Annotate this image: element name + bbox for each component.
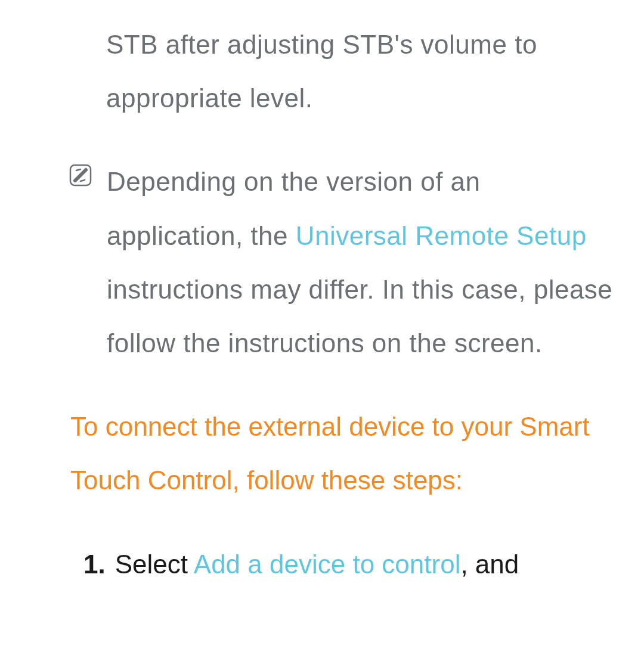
section-heading: To connect the external device to your S… bbox=[24, 400, 620, 507]
paragraph-stb-volume: STB after adjusting STB's volume to appr… bbox=[24, 18, 620, 125]
svg-line-3 bbox=[80, 180, 85, 181]
manual-page: STB after adjusting STB's volume to appr… bbox=[0, 0, 644, 591]
step-1-pre: Select bbox=[115, 550, 194, 579]
step-1-body: Select Add a device to control, and bbox=[115, 538, 620, 591]
note-icon bbox=[69, 163, 92, 190]
svg-line-2 bbox=[76, 169, 80, 170]
note-block: Depending on the version of an applicati… bbox=[24, 155, 620, 370]
step-1-post: , and bbox=[460, 550, 519, 579]
note-paragraph: Depending on the version of an applicati… bbox=[107, 155, 620, 370]
step-1-row: 1. Select Add a device to control, and bbox=[24, 538, 620, 591]
note-text-post: instructions may differ. In this case, p… bbox=[107, 275, 612, 358]
svg-line-1 bbox=[75, 170, 86, 181]
add-device-link[interactable]: Add a device to control bbox=[194, 550, 461, 579]
universal-remote-setup-link[interactable]: Universal Remote Setup bbox=[296, 221, 587, 250]
step-number: 1. bbox=[83, 538, 106, 591]
